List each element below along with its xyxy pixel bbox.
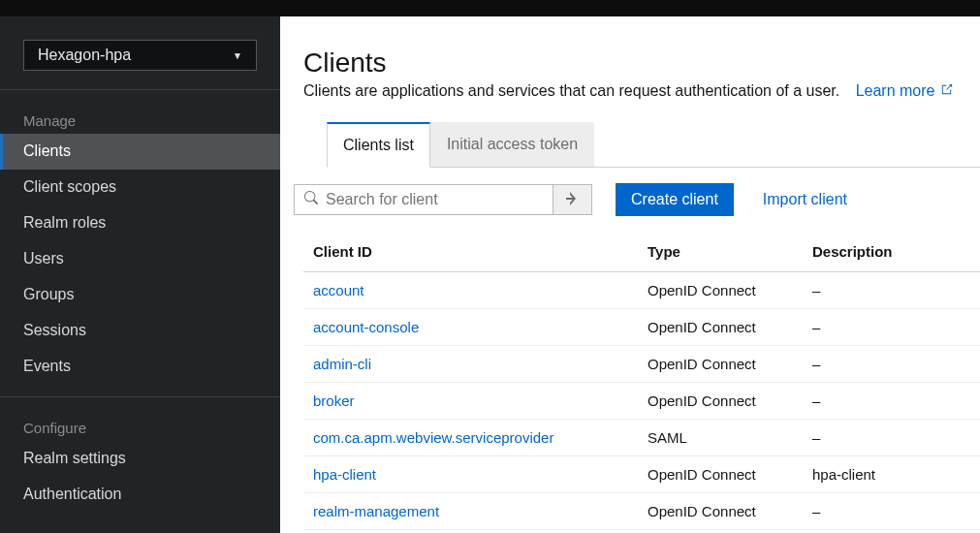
sidebar-item-authentication[interactable]: Authentication — [0, 477, 280, 513]
divider — [0, 396, 280, 397]
clients-table: Client ID Type Description accountOpenID… — [303, 232, 980, 530]
learn-more-link[interactable]: Learn more — [856, 82, 954, 99]
sidebar-item-users[interactable]: Users — [0, 241, 280, 277]
learn-more-text: Learn more — [856, 82, 935, 99]
realm-selector[interactable]: Hexagon-hpa ▼ — [23, 40, 257, 71]
sidebar-item-client-scopes[interactable]: Client scopes — [0, 170, 280, 205]
sidebar-item-realm-settings[interactable]: Realm settings — [0, 441, 280, 477]
create-client-button[interactable]: Create client — [616, 183, 734, 216]
client-description: – — [803, 272, 980, 309]
search-icon — [304, 191, 318, 208]
client-type: OpenID Connect — [638, 456, 803, 493]
client-description: – — [803, 309, 980, 346]
col-type[interactable]: Type — [638, 232, 803, 272]
col-client-id[interactable]: Client ID — [303, 232, 638, 272]
col-description[interactable]: Description — [803, 232, 980, 272]
client-type: OpenID Connect — [638, 383, 803, 420]
caret-down-icon: ▼ — [233, 50, 242, 61]
client-id-link[interactable]: admin-cli — [303, 346, 638, 383]
client-id-link[interactable]: realm-management — [303, 493, 638, 530]
sidebar-header-configure: Configure — [0, 407, 280, 441]
arrow-right-icon — [565, 191, 581, 209]
client-id-link[interactable]: com.ca.apm.webview.serviceprovider — [303, 420, 638, 456]
client-id-link[interactable]: hpa-client — [303, 456, 638, 493]
client-id-link[interactable]: broker — [303, 383, 638, 420]
sidebar-configure-items: Realm settingsAuthentication — [0, 441, 280, 513]
sidebar-item-sessions[interactable]: Sessions — [0, 313, 280, 349]
table-row: realm-managementOpenID Connect– — [303, 493, 980, 530]
search-input-wrap — [295, 185, 553, 214]
page-title: Clients — [303, 47, 980, 78]
toolbar: Create client Import client — [294, 168, 980, 232]
client-id-link[interactable]: account-console — [303, 309, 638, 346]
sidebar-item-groups[interactable]: Groups — [0, 277, 280, 313]
table-row: accountOpenID Connect– — [303, 272, 980, 309]
sidebar-manage-items: ClientsClient scopesRealm rolesUsersGrou… — [0, 134, 280, 385]
page-description-text: Clients are applications and services th… — [303, 82, 839, 99]
search-container — [294, 184, 592, 215]
client-type: OpenID Connect — [638, 346, 803, 383]
search-input[interactable] — [326, 191, 543, 208]
tabs: Clients listInitial access token — [327, 122, 980, 168]
sidebar-header-manage: Manage — [0, 100, 280, 134]
main-container: Hexagon-hpa ▼ Manage ClientsClient scope… — [0, 16, 980, 533]
client-description: – — [803, 493, 980, 530]
client-description: – — [803, 420, 980, 456]
page-description: Clients are applications and services th… — [303, 82, 980, 101]
client-type: OpenID Connect — [638, 272, 803, 309]
import-client-link[interactable]: Import client — [763, 191, 847, 208]
tab-clients-list[interactable]: Clients list — [327, 122, 430, 168]
tab-initial-access-token[interactable]: Initial access token — [430, 122, 594, 167]
client-description: – — [803, 383, 980, 420]
sidebar: Hexagon-hpa ▼ Manage ClientsClient scope… — [0, 16, 280, 533]
client-type: OpenID Connect — [638, 309, 803, 346]
client-description: – — [803, 346, 980, 383]
sidebar-item-clients[interactable]: Clients — [0, 134, 280, 170]
table-body: accountOpenID Connect–account-consoleOpe… — [303, 272, 980, 530]
table-row: brokerOpenID Connect– — [303, 383, 980, 420]
client-id-link[interactable]: account — [303, 272, 638, 309]
sidebar-item-events[interactable]: Events — [0, 349, 280, 385]
table-row: com.ca.apm.webview.serviceproviderSAML– — [303, 420, 980, 456]
table-row: hpa-clientOpenID Connecthpa-client — [303, 456, 980, 493]
table-header-row: Client ID Type Description — [303, 232, 980, 272]
divider — [0, 89, 280, 90]
client-description: hpa-client — [803, 456, 980, 493]
external-link-icon — [939, 82, 954, 101]
sidebar-item-realm-roles[interactable]: Realm roles — [0, 205, 280, 241]
main-content: Clients Clients are applications and ser… — [280, 16, 980, 533]
client-type: SAML — [638, 420, 803, 456]
table-row: account-consoleOpenID Connect– — [303, 309, 980, 346]
top-bar — [0, 0, 980, 16]
search-submit-button[interactable] — [553, 185, 591, 214]
client-type: OpenID Connect — [638, 493, 803, 530]
table-row: admin-cliOpenID Connect– — [303, 346, 980, 383]
realm-name: Hexagon-hpa — [38, 47, 131, 64]
